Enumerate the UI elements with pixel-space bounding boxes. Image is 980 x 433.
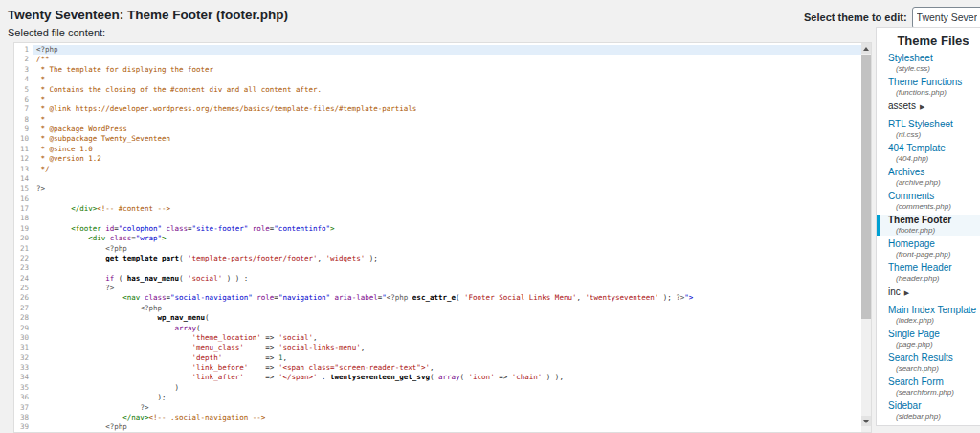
code-line[interactable]: 16 xyxy=(14,194,861,204)
code-line-text[interactable] xyxy=(33,263,861,273)
code-line[interactable]: 3 * The template for displaying the foot… xyxy=(14,65,861,75)
code-line[interactable]: 18 xyxy=(14,214,861,223)
theme-file-link[interactable]: Single Post xyxy=(877,424,980,426)
code-line-text[interactable]: <?php xyxy=(33,244,861,254)
theme-file-link[interactable]: Comments(comments.php) xyxy=(877,191,980,212)
code-line[interactable]: 35 ) xyxy=(14,383,861,393)
theme-folder-inc[interactable]: inc▶ xyxy=(877,286,980,299)
code-line[interactable]: 21 <?php xyxy=(14,244,861,254)
code-lines[interactable]: 1<?php2/**3 * The template for displayin… xyxy=(14,43,861,432)
code-line-text[interactable]: wp_nav_menu( xyxy=(33,313,861,323)
theme-file-link[interactable]: Archives(archive.php) xyxy=(877,167,980,188)
code-line-text[interactable]: <nav class="social-navigation" role="nav… xyxy=(33,293,861,303)
code-line-text[interactable]: */ xyxy=(33,165,861,174)
code-line-text[interactable]: * @since 1.0 xyxy=(33,145,861,154)
theme-file-link[interactable]: Search Form(searchform.php) xyxy=(877,376,980,398)
code-line-text[interactable]: <?php xyxy=(33,45,861,55)
code-line[interactable]: 38 </nav><!-- .social-navigation --> xyxy=(14,413,861,422)
code-line[interactable]: 8 * xyxy=(14,115,861,125)
theme-file-link[interactable]: Sidebar(sidebar.php) xyxy=(877,400,980,422)
code-line-text[interactable] xyxy=(33,174,861,184)
code-line[interactable]: 28 wp_nav_menu( xyxy=(14,313,861,323)
code-line-text[interactable]: * Contains the closing of the #content d… xyxy=(33,85,861,95)
code-line-text[interactable]: ); xyxy=(33,393,861,402)
theme-file-link[interactable]: 404 Template(404.php) xyxy=(877,143,980,164)
code-line-text[interactable]: <div class="wrap"> xyxy=(33,234,861,243)
code-line[interactable]: 29 array( xyxy=(14,324,861,333)
code-line-text[interactable]: * xyxy=(33,95,861,104)
code-line[interactable]: 7 * @link https://developer.wordpress.or… xyxy=(14,104,861,114)
code-line[interactable]: 12 * @version 1.2 xyxy=(14,154,861,164)
code-line-text[interactable]: /** xyxy=(33,55,861,64)
code-line[interactable]: 33 'link_before' => '<span class="screen… xyxy=(14,363,861,373)
code-line[interactable]: 34 'link_after' => '</span>' . twentysev… xyxy=(14,373,861,382)
code-line[interactable]: 25 ?> xyxy=(14,284,861,293)
theme-file-link[interactable]: Stylesheet(style.css) xyxy=(877,53,980,74)
code-editor[interactable]: 1<?php2/**3 * The template for displayin… xyxy=(13,42,872,433)
code-line-text[interactable]: * @subpackage Twenty_Seventeen xyxy=(33,134,861,144)
code-line[interactable]: 37 ?> xyxy=(14,403,861,413)
code-line[interactable]: 19 <footer id="colophon" class="site-foo… xyxy=(14,224,861,234)
code-line-text[interactable] xyxy=(33,214,861,223)
code-line[interactable]: 11 * @since 1.0 xyxy=(14,145,861,154)
code-line[interactable]: 22 get_template_part( 'template-parts/fo… xyxy=(14,254,861,263)
theme-file-link[interactable]: Theme Header(header.php) xyxy=(877,262,980,284)
theme-file-link[interactable]: RTL Stylesheet(rtl.css) xyxy=(877,119,980,140)
scroll-up-button[interactable] xyxy=(861,43,871,54)
code-line-text[interactable] xyxy=(33,194,861,204)
code-line[interactable]: 30 'theme_location' => 'social', xyxy=(14,333,861,343)
scroll-down-button[interactable] xyxy=(861,416,871,426)
code-line[interactable]: 1<?php xyxy=(14,45,861,55)
code-line-text[interactable]: 'depth' => 1, xyxy=(33,353,861,363)
code-line[interactable]: 27 <?php xyxy=(14,304,861,313)
code-line-text[interactable]: </div><!-- #content --> xyxy=(33,204,861,214)
code-line-text[interactable]: 'theme_location' => 'social', xyxy=(33,333,861,343)
theme-file-link[interactable]: Homepage(front-page.php) xyxy=(877,239,980,260)
theme-file-link[interactable]: Theme Functions(functions.php) xyxy=(877,77,980,98)
code-line-text[interactable]: ?> xyxy=(33,284,861,293)
code-line[interactable]: 36 ); xyxy=(14,393,861,402)
theme-file-link[interactable]: Search Results(search.php) xyxy=(877,353,980,374)
code-line[interactable]: 24 if ( has_nav_menu( 'social' ) ) : xyxy=(14,274,861,284)
code-line[interactable]: 31 'menu_class' => 'social-links-menu', xyxy=(14,343,861,353)
code-line[interactable]: 32 'depth' => 1, xyxy=(14,353,861,363)
code-line[interactable]: 20 <div class="wrap"> xyxy=(14,234,861,243)
code-line-text[interactable]: array( xyxy=(33,324,861,333)
code-line[interactable]: 4 * xyxy=(14,75,861,84)
theme-select-dropdown[interactable]: Twenty Seventeen ▼ xyxy=(912,7,980,29)
code-line-text[interactable]: 'link_after' => '</span>' . twentysevent… xyxy=(33,373,861,382)
code-line[interactable]: 15?> xyxy=(14,184,861,194)
theme-file-link[interactable]: Single Page(page.php) xyxy=(877,329,980,350)
code-line[interactable]: 39 <?php xyxy=(14,422,861,432)
code-line[interactable]: 13 */ xyxy=(14,165,861,174)
code-line-text[interactable]: * @version 1.2 xyxy=(33,154,861,164)
editor-scrollbar[interactable] xyxy=(861,43,871,432)
code-line-text[interactable]: get_template_part( 'template-parts/foote… xyxy=(33,254,861,263)
code-line-text[interactable]: 'link_before' => '<span class="screen-re… xyxy=(33,363,861,373)
code-line-text[interactable]: ?> xyxy=(33,184,861,194)
code-line[interactable]: 17 </div><!-- #content --> xyxy=(14,204,861,214)
code-line-text[interactable]: * xyxy=(33,115,861,125)
code-line-text[interactable]: </nav><!-- .social-navigation --> xyxy=(33,413,861,422)
code-line[interactable]: 10 * @subpackage Twenty_Seventeen xyxy=(14,134,861,144)
theme-file-link[interactable]: Main Index Template(index.php) xyxy=(877,305,980,326)
code-line-text[interactable]: 'menu_class' => 'social-links-menu', xyxy=(33,343,861,353)
code-line-text[interactable]: * @link https://developer.wordpress.org/… xyxy=(33,104,861,114)
code-line[interactable]: 2/** xyxy=(14,55,861,64)
code-line[interactable]: 6 * xyxy=(14,95,861,104)
code-line-text[interactable]: if ( has_nav_menu( 'social' ) ) : xyxy=(33,274,861,284)
code-line-text[interactable]: * @package WordPress xyxy=(33,125,861,134)
code-line-text[interactable]: <?php xyxy=(33,304,861,313)
code-line[interactable]: 9 * @package WordPress xyxy=(14,125,861,134)
code-line[interactable]: 23 xyxy=(14,263,861,273)
code-line[interactable]: 5 * Contains the closing of the #content… xyxy=(14,85,861,95)
code-line-text[interactable]: ?> xyxy=(33,403,861,413)
theme-file-link[interactable]: Theme Footer(footer.php) xyxy=(877,215,980,236)
code-line[interactable]: 26 <nav class="social-navigation" role="… xyxy=(14,293,861,303)
code-line-text[interactable]: ) xyxy=(33,383,861,393)
code-line-text[interactable]: * The template for displaying the footer xyxy=(33,65,861,75)
code-line[interactable]: 14 xyxy=(14,174,861,184)
code-line-text[interactable]: <?php xyxy=(33,422,861,432)
scrollbar-thumb[interactable] xyxy=(861,55,871,319)
theme-folder-assets[interactable]: assets▶ xyxy=(877,101,980,113)
